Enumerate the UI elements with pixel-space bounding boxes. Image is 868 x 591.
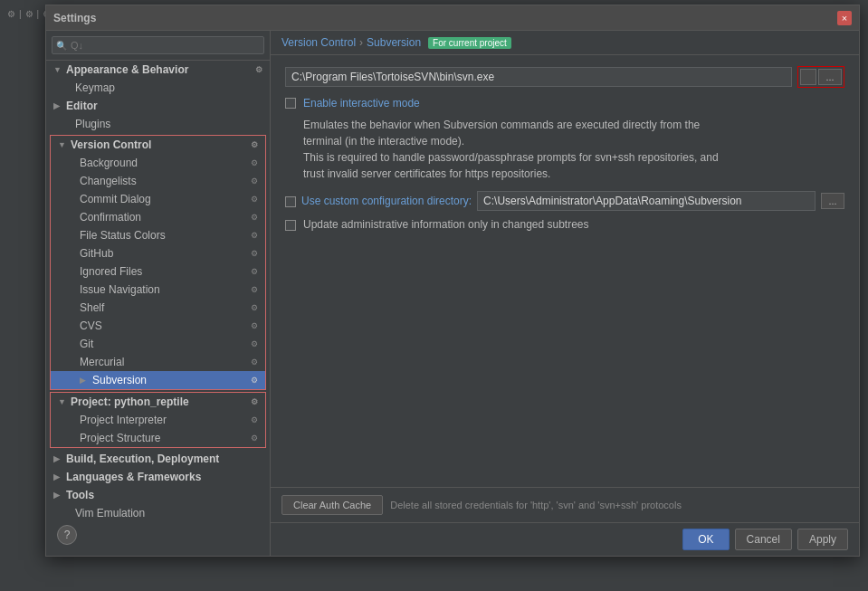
sidebar-item-plugins[interactable]: Plugins [46,115,270,133]
sidebar-item-changelists[interactable]: Changelists ⚙ [51,172,265,190]
sidebar-item-cvs[interactable]: CVS ⚙ [51,317,265,335]
help-button[interactable]: ? [57,525,77,545]
sidebar-item-subversion[interactable]: ▶ Subversion ⚙ [51,371,265,389]
clear-auth-cache-button[interactable]: Clear Auth Cache [281,495,383,515]
breadcrumb-part2[interactable]: Subversion [367,36,421,49]
sidebar-item-editor[interactable]: ▶ Editor [46,97,270,115]
sidebar-label: Ignored Files [80,265,142,278]
interactive-desc-line3: This is required to handle password/pass… [303,149,844,166]
clear-auth-desc: Delete all stored credentials for 'http'… [390,500,848,510]
sidebar-label: Plugins [75,118,110,130]
sidebar-item-version-control[interactable]: ▼ Version Control ⚙ [51,136,265,154]
settings-icon: ⚙ [251,376,258,385]
settings-icon: ⚙ [251,231,258,240]
sidebar-item-confirmation[interactable]: Confirmation ⚙ [51,208,265,226]
ok-button[interactable]: OK [682,529,729,550]
apply-button[interactable]: Apply [797,529,848,550]
breadcrumb-bar: Version Control › Subversion For current… [271,31,859,55]
sidebar-label: Version Control [71,138,151,151]
update-label: Update administrative information only i… [303,218,589,231]
update-checkbox[interactable] [285,220,296,231]
sidebar-item-keymap[interactable]: Keymap [46,79,270,97]
search-icon: 🔍 [56,41,67,51]
settings-icon: ⚙ [251,397,258,406]
dialog-body: 🔍 ▼ Appearance & Behavior ⚙ Keymap [46,31,859,556]
interactive-desc-line4: trust invalid server certificates for ht… [303,166,844,182]
settings-icon: ⚙ [251,158,258,167]
custom-dir-browse-btn[interactable]: ... [821,193,844,209]
enable-interactive-checkbox[interactable] [285,98,296,109]
search-input[interactable] [52,36,264,54]
sidebar-label: Git [80,338,93,350]
custom-dir-label[interactable]: Use custom configuration directory: [301,195,472,207]
sidebar-item-vim-emulation[interactable]: Vim Emulation [46,504,270,522]
sidebar-item-file-status-colors[interactable]: File Status Colors ⚙ [51,226,265,244]
sidebar-label: Languages & Frameworks [66,471,201,483]
sidebar-item-github[interactable]: GitHub ⚙ [51,244,265,262]
dialog-close-button[interactable]: × [837,11,852,25]
settings-icon: ⚙ [251,321,258,330]
version-control-section-border: ▼ Version Control ⚙ Background ⚙ Changel… [50,135,266,390]
expand-arrow: ▼ [58,397,67,406]
sidebar-item-build[interactable]: ▶ Build, Execution, Deployment [46,450,270,468]
interactive-desc-line1: Emulates the behavior when Subversion co… [303,117,844,133]
search-box: 🔍 [46,31,270,61]
enable-interactive-label[interactable]: Enable interactive mode [303,97,420,110]
sidebar-item-mercurial[interactable]: Mercurial ⚙ [51,353,265,371]
sidebar-label: Vim Emulation [75,507,145,520]
sidebar-label: Changelists [80,175,137,187]
sidebar-item-project-interpreter[interactable]: Project Interpreter ⚙ [51,411,265,429]
sidebar-item-tools[interactable]: ▶ Tools [46,486,270,504]
breadcrumb-tag: For current project [428,37,511,49]
svn-path-btn1[interactable] [800,69,816,85]
sidebar-item-appearance-behavior[interactable]: ▼ Appearance & Behavior ⚙ [46,61,270,79]
settings-icon: ⚙ [251,285,258,294]
sidebar-item-project-structure[interactable]: Project Structure ⚙ [51,429,265,447]
sidebar-item-background[interactable]: Background ⚙ [51,154,265,172]
cancel-button[interactable]: Cancel [735,529,792,550]
settings-sidebar: 🔍 ▼ Appearance & Behavior ⚙ Keymap [46,31,271,556]
sidebar-item-issue-navigation[interactable]: Issue Navigation ⚙ [51,281,265,299]
custom-dir-row: Use custom configuration directory: ... [285,191,844,211]
sidebar-label: Project Interpreter [80,414,167,426]
custom-dir-checkbox[interactable] [285,196,296,207]
settings-icon: ⚙ [251,176,258,186]
settings-icon: ⚙ [251,434,258,443]
expand-arrow: ▼ [53,65,62,74]
settings-icon: ⚙ [251,140,258,149]
settings-icon: ⚙ [255,65,262,74]
expand-arrow: ▶ [53,491,62,500]
expand-arrow: ▶ [53,101,62,110]
settings-icon: ⚙ [251,213,258,222]
sidebar-item-ignored-files[interactable]: Ignored Files ⚙ [51,262,265,281]
sidebar-label: Issue Navigation [80,283,160,296]
sidebar-item-project[interactable]: ▼ Project: python_reptile ⚙ [51,393,265,411]
settings-icon: ⚙ [251,303,258,312]
sidebar-label: GitHub [80,247,113,260]
svn-path-input[interactable] [285,67,792,87]
svn-path-buttons: ... [797,66,844,88]
project-section-border: ▼ Project: python_reptile ⚙ Project Inte… [50,392,266,448]
dialog-titlebar: Settings × [46,5,859,31]
settings-icon: ⚙ [251,339,258,348]
svn-path-btn-dots[interactable]: ... [818,69,842,85]
custom-dir-input[interactable] [477,191,816,211]
sidebar-tree: ▼ Appearance & Behavior ⚙ Keymap ▶ Edito… [46,61,270,522]
settings-icon: ⚙ [251,267,258,276]
sidebar-item-git[interactable]: Git ⚙ [51,335,265,353]
sidebar-label: Shelf [80,301,104,314]
titlebar-icons: ⚙ | ⚙ | ⚙ [7,9,51,19]
sidebar-item-shelf[interactable]: Shelf ⚙ [51,299,265,317]
sidebar-label: Tools [66,489,94,501]
dialog-action-footer: OK Cancel Apply [271,522,859,556]
sidebar-label: Editor [66,100,98,112]
sidebar-label: File Status Colors [80,229,166,242]
expand-arrow: ▶ [53,454,62,463]
settings-icon: ⚙ [251,357,258,367]
sidebar-label: Build, Execution, Deployment [66,453,219,465]
breadcrumb-part1[interactable]: Version Control [281,36,356,49]
sidebar-item-commit-dialog[interactable]: Commit Dialog ⚙ [51,190,265,208]
settings-icon: ⚙ [251,195,258,204]
sidebar-item-languages[interactable]: ▶ Languages & Frameworks [46,468,270,486]
enable-interactive-row: Enable interactive mode [285,97,844,110]
